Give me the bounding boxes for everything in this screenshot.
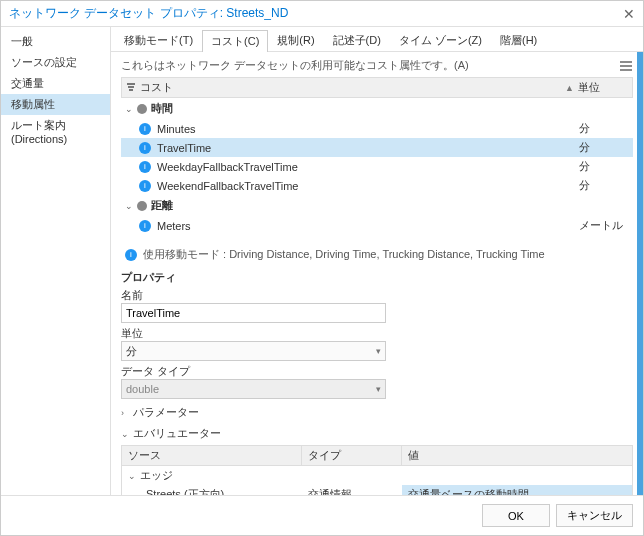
unit-label: 単位 [121, 326, 633, 341]
cost-table-header: コスト ▲ 単位 [121, 77, 633, 98]
group-time-label: 時間 [151, 101, 173, 116]
info-icon: i [139, 123, 151, 135]
sidebar-item-traffic[interactable]: 交通量 [1, 73, 110, 94]
chevron-down-icon: ▾ [376, 384, 381, 394]
sidebar-item-travel-attributes[interactable]: 移動属性 [1, 94, 110, 115]
main-panel: 移動モード(T) コスト(C) 規制(R) 記述子(D) タイム ゾーン(Z) … [111, 27, 643, 495]
travel-mode-info: i 使用移動モード : Driving Distance, Driving Ti… [121, 243, 633, 266]
tab-cost[interactable]: コスト(C) [202, 30, 268, 52]
attr-row-weekend-fallback[interactable]: i WeekendFallbackTravelTime 分 [121, 176, 633, 195]
info-icon: i [139, 161, 151, 173]
scrollbar[interactable] [637, 52, 643, 495]
col-source[interactable]: ソース [122, 446, 302, 465]
chevron-down-icon: ⌄ [121, 429, 133, 439]
name-input[interactable] [121, 303, 386, 323]
info-icon: i [139, 220, 151, 232]
group-distance-label: 距離 [151, 198, 173, 213]
attr-row-meters[interactable]: i Meters メートル [121, 216, 633, 235]
chevron-down-icon: ⌄ [125, 104, 137, 114]
filter-icon[interactable] [126, 82, 140, 94]
name-label: 名前 [121, 288, 633, 303]
sidebar-item-directions[interactable]: ルート案内 (Directions) [1, 115, 110, 148]
info-icon: i [139, 142, 151, 154]
evaluators-expander[interactable]: ⌄ エバリュエーター [121, 426, 633, 441]
attr-row-minutes[interactable]: i Minutes 分 [121, 119, 633, 138]
dialog-title: ネットワーク データセット プロパティ: Streets_ND [9, 5, 288, 22]
close-icon[interactable]: ✕ [623, 6, 635, 22]
chevron-down-icon: ⌄ [125, 201, 137, 211]
eval-row[interactable]: Streets (正方向) 交通情報 交通量ベースの移動時間 [122, 485, 632, 495]
footer: OK キャンセル [1, 495, 643, 535]
sidebar-item-source-settings[interactable]: ソースの設定 [1, 52, 110, 73]
group-dot-icon [137, 201, 147, 211]
datatype-label: データ タイプ [121, 364, 633, 379]
menu-icon[interactable] [619, 60, 633, 72]
chevron-down-icon: ⌄ [128, 471, 140, 481]
sidebar: 一般 ソースの設定 交通量 移動属性 ルート案内 (Directions) [1, 27, 111, 495]
description-text: これらはネットワーク データセットの利用可能なコスト属性です。(A) [121, 58, 469, 73]
info-icon: i [125, 249, 137, 261]
datatype-select: double ▾ [121, 379, 386, 399]
col-unit-label[interactable]: 単位 [578, 80, 628, 95]
cancel-button[interactable]: キャンセル [556, 504, 633, 527]
col-cost-label[interactable]: コスト [140, 80, 565, 95]
ok-button[interactable]: OK [482, 504, 550, 527]
titlebar: ネットワーク データセット プロパティ: Streets_ND ✕ [1, 1, 643, 27]
svg-rect-5 [129, 89, 133, 91]
tab-travel-mode[interactable]: 移動モード(T) [115, 29, 202, 51]
group-time[interactable]: ⌄ 時間 [121, 98, 633, 119]
chevron-right-icon: › [121, 408, 133, 418]
svg-rect-3 [127, 83, 135, 85]
tab-restriction[interactable]: 規制(R) [268, 29, 323, 51]
tab-timezone[interactable]: タイム ゾーン(Z) [390, 29, 491, 51]
col-value[interactable]: 値 [402, 446, 632, 465]
parameters-expander[interactable]: › パラメーター [121, 405, 633, 420]
properties-title: プロパティ [121, 270, 633, 285]
sort-icon[interactable]: ▲ [565, 83, 578, 93]
attr-row-traveltime[interactable]: i TravelTime 分 [121, 138, 633, 157]
content: これらはネットワーク データセットの利用可能なコスト属性です。(A) コスト ▲… [111, 52, 643, 495]
tabs: 移動モード(T) コスト(C) 規制(R) 記述子(D) タイム ゾーン(Z) … [111, 27, 643, 52]
col-type[interactable]: タイプ [302, 446, 402, 465]
evaluators-header: ソース タイプ 値 [122, 446, 632, 466]
tab-hierarchy[interactable]: 階層(H) [491, 29, 546, 51]
unit-select[interactable]: 分 ▾ [121, 341, 386, 361]
tab-descriptor[interactable]: 記述子(D) [324, 29, 390, 51]
svg-rect-4 [128, 86, 134, 88]
sidebar-item-general[interactable]: 一般 [1, 31, 110, 52]
dialog: ネットワーク データセット プロパティ: Streets_ND ✕ 一般 ソース… [0, 0, 644, 536]
group-distance[interactable]: ⌄ 距離 [121, 195, 633, 216]
info-icon: i [139, 180, 151, 192]
chevron-down-icon: ▾ [376, 346, 381, 356]
evaluators-table: ソース タイプ 値 ⌄ エッジ Streets (正方向) 交通情報 交通量ベー… [121, 445, 633, 495]
group-dot-icon [137, 104, 147, 114]
attr-row-weekday-fallback[interactable]: i WeekdayFallbackTravelTime 分 [121, 157, 633, 176]
eval-group-edge[interactable]: ⌄ エッジ [122, 466, 632, 485]
